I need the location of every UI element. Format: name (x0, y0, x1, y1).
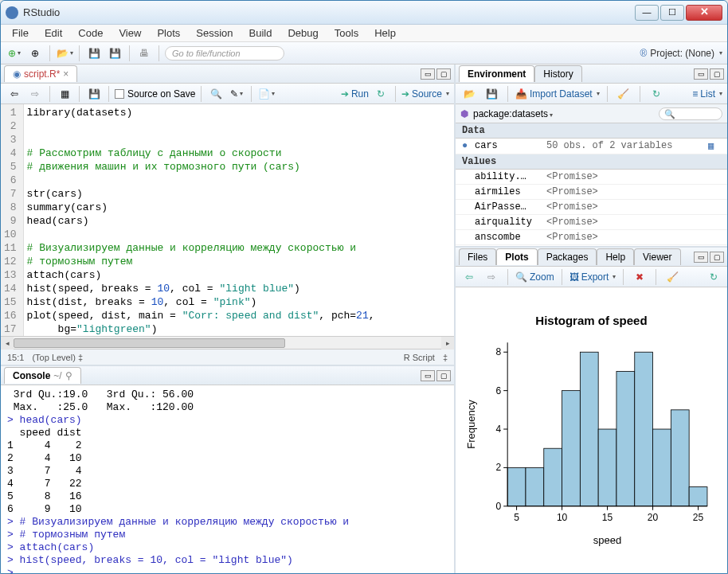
env-load-button[interactable]: 📂 (460, 85, 478, 103)
menu-edit[interactable]: Edit (38, 25, 68, 41)
svg-rect-6 (598, 429, 616, 506)
env-maximize-button[interactable]: ▢ (710, 68, 724, 80)
zoom-button[interactable]: 🔍 Zoom (515, 271, 554, 283)
env-tabs: Environment History ▭ ▢ (456, 64, 727, 84)
svg-rect-7 (616, 371, 635, 506)
menu-code[interactable]: Code (72, 25, 109, 41)
svg-text:Histogram of speed: Histogram of speed (535, 314, 647, 327)
wand-button[interactable]: ✎▾ (228, 85, 245, 103)
open-file-button[interactable]: 📂▾ (56, 45, 73, 62)
close-button[interactable]: ✕ (686, 5, 722, 21)
project-menu[interactable]: ® Project: (None) ▾ (640, 48, 722, 59)
tab-plots[interactable]: Plots (496, 248, 537, 265)
env-tab-environment[interactable]: Environment (459, 65, 534, 82)
console-menu-icon[interactable]: ⚲ (65, 370, 72, 381)
env-search-input[interactable] (659, 107, 722, 120)
tab-files[interactable]: Files (459, 248, 496, 265)
source-toolbar: ⇦ ⇨ ▦ 💾 Source on Save 🔍 ✎▾ 📄▾ ➔Run (1, 84, 454, 104)
console-maximize-button[interactable]: ▢ (436, 370, 451, 381)
print-button[interactable]: 🖶 (135, 45, 153, 62)
console-tab[interactable]: Console ~/ ⚲ (4, 367, 81, 384)
clear-plots-button[interactable]: 🧹 (663, 268, 681, 286)
export-button[interactable]: 🖼 Export▾ (569, 271, 616, 283)
env-list[interactable]: Data●cars50 obs. of 2 variables▦Valuesab… (456, 123, 727, 246)
cursor-pos: 15:1 (7, 353, 24, 362)
refresh-env-button[interactable]: ↻ (648, 85, 665, 103)
svg-text:8: 8 (495, 346, 501, 357)
source-on-save-checkbox[interactable] (115, 89, 124, 99)
source-minimize-button[interactable]: ▭ (421, 68, 435, 80)
source-button[interactable]: ➔Source▾ (401, 88, 449, 100)
menu-plots[interactable]: Plots (151, 25, 186, 41)
goto-file-input[interactable]: Go to file/function (165, 46, 284, 61)
import-dataset-button[interactable]: 📥 Import Dataset▾ (515, 88, 600, 100)
save-source-button[interactable]: 💾 (85, 85, 103, 103)
console-minimize-button[interactable]: ▭ (421, 370, 435, 381)
env-minimize-button[interactable]: ▭ (694, 68, 708, 80)
env-tab-history[interactable]: History (534, 65, 581, 82)
source-maximize-button[interactable]: ▢ (436, 68, 451, 80)
menu-debug[interactable]: Debug (281, 25, 324, 41)
svg-text:15: 15 (602, 512, 613, 523)
menu-build[interactable]: Build (243, 25, 279, 41)
svg-text:4: 4 (495, 424, 501, 435)
menu-help[interactable]: Help (368, 25, 402, 41)
close-tab-icon[interactable]: × (63, 68, 68, 80)
svg-rect-10 (671, 410, 689, 506)
lang-label: R Script (404, 353, 435, 362)
rerun-button[interactable]: ↻ (372, 85, 389, 103)
env-save-button[interactable]: 💾 (483, 85, 500, 103)
remove-plot-button[interactable]: ✖ (631, 268, 648, 286)
project-label: Project: (None) (650, 48, 714, 59)
console-tab-label: Console (13, 370, 50, 381)
plot-area: Histogram of speed51015202502468speedFre… (456, 287, 727, 573)
env-scope-select[interactable]: package:datasets▾ (473, 108, 553, 119)
plot-prev-button[interactable]: ⇦ (460, 268, 478, 286)
refresh-plot-button[interactable]: ↻ (705, 268, 722, 286)
env-scope-bar: ⬢ package:datasets▾ (456, 104, 727, 123)
source-on-save-label: Source on Save (127, 88, 195, 100)
minimize-button[interactable]: — (635, 5, 659, 21)
clear-env-button[interactable]: 🧹 (615, 85, 632, 103)
tab-packages[interactable]: Packages (538, 248, 597, 265)
plots-minimize-button[interactable]: ▭ (694, 252, 708, 263)
editor-h-scrollbar[interactable]: ◂ ▸ (1, 336, 454, 349)
plots-maximize-button[interactable]: ▢ (710, 252, 724, 263)
tab-viewer[interactable]: Viewer (634, 248, 680, 265)
svg-rect-4 (562, 391, 581, 506)
save-all-button[interactable]: 💾 (106, 45, 123, 62)
report-button[interactable]: 📄▾ (257, 85, 275, 103)
new-file-button[interactable]: ⊕▾ (6, 45, 23, 62)
menu-file[interactable]: File (6, 25, 35, 41)
menu-tools[interactable]: Tools (328, 25, 365, 41)
app-icon (6, 6, 18, 19)
menu-session[interactable]: Session (190, 25, 239, 41)
save-button[interactable]: 💾 (85, 45, 103, 62)
svg-rect-8 (635, 352, 653, 506)
scope-selector[interactable]: (Top Level) ‡ (32, 353, 83, 362)
maximize-button[interactable]: ☐ (660, 5, 684, 21)
source-tab[interactable]: ◉ script.R* × (4, 65, 77, 82)
titlebar: RStudio — ☐ ✕ (1, 1, 727, 25)
menubar: File Edit Code View Plots Session Build … (1, 25, 727, 42)
svg-rect-11 (689, 487, 707, 506)
console-output[interactable]: 3rd Qu.:19.0 3rd Qu.: 56.00 Max. :25.0 M… (1, 385, 454, 573)
svg-rect-1 (507, 467, 526, 506)
env-toolbar: 📂 💾 📥 Import Dataset▾ 🧹 ↻ ≡ List▾ (456, 84, 727, 104)
new-project-button[interactable]: ⊕ (26, 45, 44, 62)
find-button[interactable]: 🔍 (207, 85, 225, 103)
source-statusbar: 15:1 (Top Level) ‡ R Script ‡ (1, 349, 454, 365)
window-title: RStudio (23, 6, 635, 18)
plot-next-button[interactable]: ⇨ (483, 268, 500, 286)
tab-help[interactable]: Help (597, 248, 634, 265)
svg-text:25: 25 (693, 512, 704, 523)
run-button[interactable]: ➔Run (341, 88, 369, 100)
svg-text:0: 0 (495, 501, 501, 512)
forward-button[interactable]: ⇨ (26, 85, 44, 103)
back-button[interactable]: ⇦ (6, 85, 23, 103)
menu-view[interactable]: View (112, 25, 147, 41)
env-view-mode[interactable]: ≡ List▾ (692, 88, 722, 100)
show-in-new-window-button[interactable]: ▦ (56, 85, 73, 103)
console-path: ~/ (53, 370, 61, 381)
code-editor[interactable]: 123456789101112131415161718192021 librar… (1, 104, 454, 336)
